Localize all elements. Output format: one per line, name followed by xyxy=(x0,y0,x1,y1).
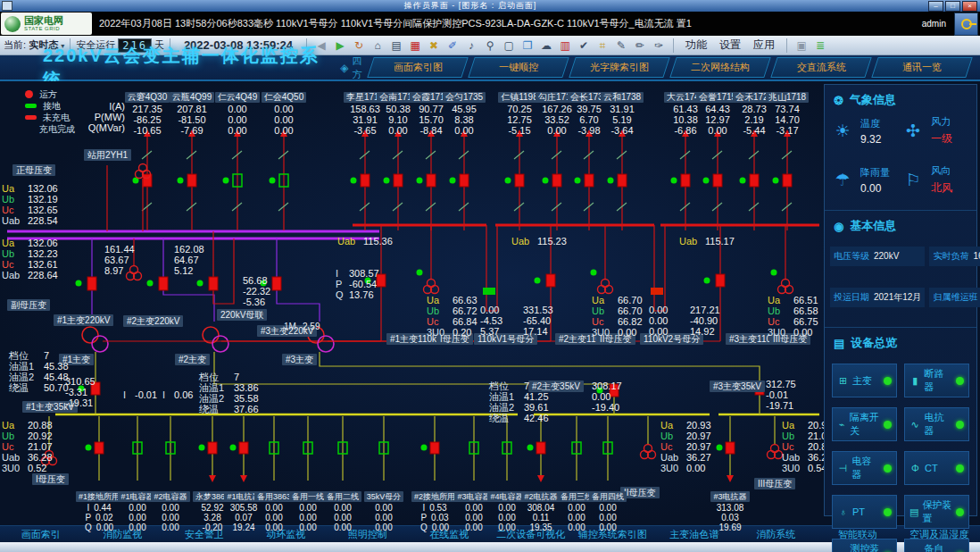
globe-icon xyxy=(4,16,21,32)
badge-bustie-220kv[interactable]: 220kV母联 xyxy=(217,309,267,321)
device-status-button[interactable]: ⌁ 隔离开关 xyxy=(832,407,897,441)
toolbar-icon[interactable]: ⌗ xyxy=(594,38,611,53)
toolbar-icon[interactable]: ♪ xyxy=(462,38,480,53)
toolbar-icon[interactable]: ✐ xyxy=(444,38,461,53)
feeder-name-badge[interactable]: 会匀1735 xyxy=(443,92,486,103)
bustie110-1-measurements-b: 331.53-65.4017.14 xyxy=(523,305,553,337)
toolbar-icon[interactable]: ▶ xyxy=(331,38,349,53)
t1-110kv-measurements: I308.57 P-60.54 Q13.76 xyxy=(336,268,379,300)
feeder-name-badge[interactable]: 云瓶4Q99 xyxy=(170,92,214,103)
toolbar-icon[interactable]: ✔ xyxy=(575,38,593,53)
feeder-bay-110kv[interactable]: 云和173831.915.19-3.64 xyxy=(599,88,645,136)
badge-pt35-3[interactable]: III母压变 xyxy=(754,478,795,489)
bottom-nav-item[interactable]: 画面索引 xyxy=(0,528,82,541)
maximize-button[interactable]: □ xyxy=(945,1,960,12)
toolbar-icon[interactable]: ⌂ xyxy=(369,38,386,53)
info-row: 绕温37.66 xyxy=(199,404,259,414)
toolbar-icon[interactable]: ⚲ xyxy=(481,38,499,53)
feeder-bay-35kv[interactable]: 备用二线0.000.000.00 xyxy=(320,487,366,532)
device-status-button[interactable]: ⊣ 电容器 xyxy=(832,451,897,485)
menu-item[interactable]: 设置 xyxy=(713,38,747,53)
status-ok-dot xyxy=(884,508,892,516)
feeder-bay-220kv[interactable]: 仁云4Q490.000.000.00 xyxy=(214,88,261,136)
header-tab[interactable]: 一键顺控 xyxy=(468,57,569,78)
toolbar-icon[interactable]: ☁ xyxy=(537,38,555,53)
legend-swatch-icon xyxy=(25,125,33,133)
badge-aux-bus-pt[interactable]: 副母压变 xyxy=(7,299,50,311)
feeder-bay-35kv[interactable]: 备用四线0.000.000.00 xyxy=(585,487,631,532)
feeder-bay-35kv[interactable]: #2电容器0.000.000.00 xyxy=(147,487,194,532)
status-legend: 运方 接地 未充电 充电完成 xyxy=(25,88,75,135)
header-tab[interactable]: 光字牌索引图 xyxy=(569,57,669,78)
voltage-row: Ua132.06 xyxy=(2,183,58,194)
toolbar-icon[interactable]: ↻ xyxy=(350,38,368,53)
device-icon: ▤ xyxy=(909,506,918,518)
feeder-bay-220kv[interactable]: 云窘4Q30217.35-86.25-10.65 xyxy=(124,88,170,136)
badge-main-bus-pt[interactable]: 正母压变 xyxy=(12,164,55,176)
feeder-name-badge[interactable]: 云和1738 xyxy=(601,92,644,103)
toolbar-icon[interactable]: ▦ xyxy=(406,38,424,53)
toolbar-icon[interactable]: ✖ xyxy=(425,38,443,53)
badge-pt35-1[interactable]: I母压变 xyxy=(32,473,69,485)
alarm-ticker-bar: 国家电网 STATE GRID 2022年03月08日 13时58分06秒833… xyxy=(0,12,980,36)
close-button[interactable]: × xyxy=(962,1,977,12)
device-status-button[interactable]: ⊞ 主变 xyxy=(832,364,897,397)
badge-t3[interactable]: #3主变 xyxy=(282,354,317,365)
toolbar-icon[interactable]: ✎ xyxy=(612,38,630,53)
header-tab[interactable]: 二次网络结构 xyxy=(669,57,770,78)
voltage-row: Uab228.54 xyxy=(2,215,58,226)
device-status-button[interactable]: ♁ PT xyxy=(832,495,897,529)
feeder-bay-35kv[interactable]: #3电抗器313.080.0319.69 xyxy=(707,487,753,532)
basic-info-section-header: ◉ 基本信息 xyxy=(825,211,976,238)
feeder-name-badge[interactable]: 备用二线 xyxy=(324,491,361,502)
toolbar-icon[interactable]: ▤ xyxy=(387,38,405,53)
minimize-button[interactable]: – xyxy=(928,1,943,12)
badge-t2[interactable]: #2主变 xyxy=(175,354,210,365)
feeder-bay-220kv[interactable]: 云瓶4Q99207.81-81.50-7.69 xyxy=(169,88,215,136)
toolbar-icon[interactable]: ▥ xyxy=(556,38,574,53)
toolbar-icon[interactable]: ❐ xyxy=(519,38,536,53)
badge-station-transformer[interactable]: 站用2YH1 xyxy=(84,149,131,161)
vendor-brand: ◈ 四方 xyxy=(340,54,370,81)
device-status-button[interactable]: ▤ 保护装置 xyxy=(904,495,969,529)
device-status-button[interactable]: ▮ 断路器 xyxy=(904,364,969,397)
toolbar-icon[interactable]: ✏ xyxy=(631,38,649,53)
header-tab[interactable]: 画面索引图 xyxy=(367,57,468,78)
alarm-ticker-text[interactable]: 2022年03月08日 13时58分06秒833毫秒 110kV1号母分 110… xyxy=(92,17,914,30)
toolbar-tail-icon[interactable]: ▣ xyxy=(793,38,810,53)
feeder-bay-110kv[interactable]: 会匀173545.958.380.00 xyxy=(441,88,487,136)
info-row: 档位7 xyxy=(199,372,259,382)
device-overview-section-header: ▤ 设备总览 xyxy=(825,328,976,355)
people-icon: ◉ xyxy=(834,220,843,233)
menu-item[interactable]: 功能 xyxy=(679,38,713,53)
voltage-row: Ub132.19 xyxy=(2,194,58,205)
badge-t2-220kv[interactable]: #2主变220kV xyxy=(123,315,183,327)
device-status-button[interactable]: ∿ 电抗器 xyxy=(904,407,969,441)
device-icon: ♁ xyxy=(837,506,849,517)
device-status-button[interactable]: ▨ 备自投 xyxy=(904,539,969,552)
feeder-bay-110kv[interactable]: 兆山171873.7414.70-3.17 xyxy=(764,88,810,136)
badge-t1-220kv[interactable]: #1主变220kV xyxy=(54,314,113,326)
feeder-name-badge[interactable]: #2电容器 xyxy=(151,491,189,502)
toolbar-icon[interactable]: ▢ xyxy=(500,38,518,53)
feeder-name-badge[interactable]: 仁会4Q50 xyxy=(262,92,306,103)
device-status-button[interactable]: ▥ 测控装置 xyxy=(832,539,897,552)
header-tab[interactable]: 通讯一览 xyxy=(871,57,972,78)
toolbar-icon[interactable]: ✑ xyxy=(650,38,668,53)
device-status-button[interactable]: Φ CT xyxy=(904,451,969,485)
feeder-name-badge[interactable]: 云窘4Q30 xyxy=(125,92,170,103)
feeder-name-badge[interactable]: 兆山1718 xyxy=(766,92,809,103)
feeder-name-badge[interactable]: 仁云4Q49 xyxy=(215,92,260,103)
login-key-button[interactable] xyxy=(954,13,978,36)
commissioning-date-cell: 投运日期2021年12月 xyxy=(830,288,925,307)
menu-item[interactable]: 应用 xyxy=(747,38,781,53)
badge-t3-35kv[interactable]: #3主变35kV xyxy=(710,381,765,392)
header-tab[interactable]: 交直流系统 xyxy=(770,57,871,78)
info-row: 油温145.38 xyxy=(9,361,69,372)
feeder-bay-220kv[interactable]: 仁会4Q500.000.000.00 xyxy=(261,88,307,136)
feeder-name-badge[interactable]: #3电抗器 xyxy=(710,491,749,502)
feeder-name-badge[interactable]: 备用四线 xyxy=(589,491,627,502)
feeder-name-badge[interactable]: 35kV母分 xyxy=(364,491,404,502)
feeder-bay-35kv[interactable]: 35kV母分0.000.000.00 xyxy=(361,487,407,532)
toolbar-tail-icon[interactable]: ≣ xyxy=(811,38,829,53)
